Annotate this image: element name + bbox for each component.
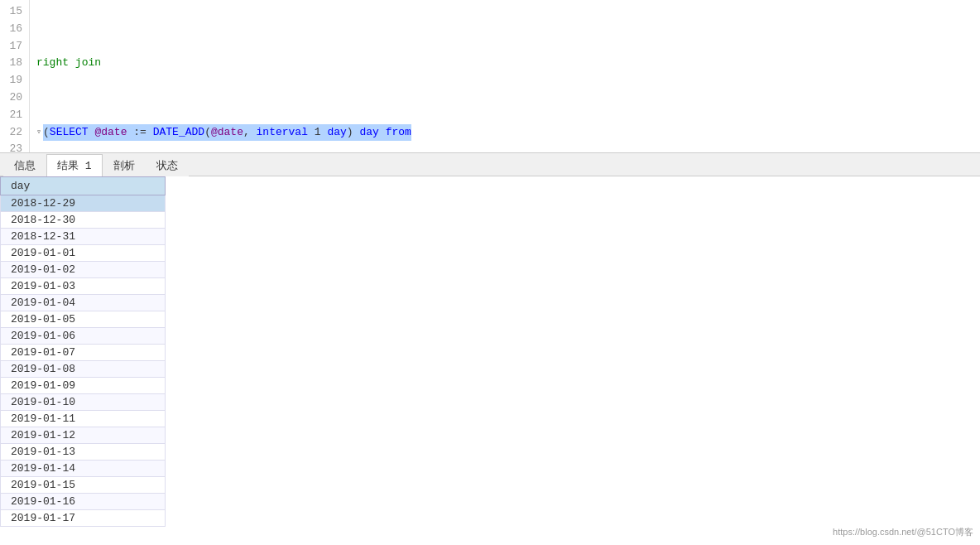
cell-day: 2019-01-12 — [1, 427, 166, 444]
table-row[interactable]: 2019-01-08 — [1, 361, 166, 378]
table-row[interactable]: 2019-01-05 — [1, 311, 166, 328]
bottom-panel: 信息 结果 1 剖析 状态 day 2018-12-292018-12-3020… — [0, 153, 980, 545]
cell-day: 2019-01-07 — [1, 345, 166, 361]
collapse-icon-16[interactable]: ▿ — [36, 126, 41, 139]
table-row[interactable]: 2019-01-14 — [1, 461, 166, 477]
table-row[interactable]: 2018-12-29 — [1, 195, 166, 212]
tabs-bar: 信息 结果 1 剖析 状态 — [0, 153, 980, 176]
table-row[interactable]: 2019-01-09 — [1, 378, 166, 394]
cell-day: 2019-01-10 — [1, 394, 166, 411]
line-num-18: 18 — [7, 55, 22, 72]
kw-join: join — [75, 55, 101, 72]
table-row[interactable]: 2018-12-31 — [1, 229, 166, 245]
cell-day: 2019-01-17 — [1, 510, 166, 527]
table-header-row: day — [1, 177, 166, 195]
cell-day: 2018-12-31 — [1, 229, 166, 245]
cell-day: 2019-01-14 — [1, 461, 166, 477]
cell-day: 2019-01-15 — [1, 477, 166, 494]
cell-day: 2018-12-29 — [1, 195, 166, 212]
table-row[interactable]: 2019-01-17 — [1, 510, 166, 527]
cell-day: 2019-01-01 — [1, 245, 166, 262]
code-editor: 15 16 17 18 19 20 21 22 23 right join ▿ … — [0, 0, 980, 153]
cell-day: 2019-01-06 — [1, 328, 166, 345]
cell-day: 2019-01-09 — [1, 378, 166, 394]
line-num-16: 16 — [7, 21, 22, 38]
cell-day: 2019-01-02 — [1, 262, 166, 278]
line-num-23: 23 — [7, 141, 22, 153]
tab-result1[interactable]: 结果 1 — [46, 154, 103, 176]
line-num-21: 21 — [7, 107, 22, 124]
tab-status[interactable]: 状态 — [146, 154, 189, 176]
line-16-highlight: (SELECT @date := DATE_ADD(@date, interva… — [43, 124, 411, 142]
line-num-19: 19 — [7, 72, 22, 89]
results-table: day 2018-12-292018-12-302018-12-312019-0… — [0, 176, 166, 527]
table-row[interactable]: 2019-01-01 — [1, 245, 166, 262]
kw-right: right — [36, 55, 69, 72]
table-row[interactable]: 2019-01-02 — [1, 262, 166, 278]
cell-day: 2019-01-11 — [1, 411, 166, 427]
column-header-day: day — [1, 177, 166, 195]
code-line-15: right join — [36, 55, 973, 72]
cell-day: 2019-01-03 — [1, 278, 166, 295]
table-row[interactable]: 2019-01-07 — [1, 345, 166, 361]
table-row[interactable]: 2019-01-11 — [1, 411, 166, 427]
main-container: 15 16 17 18 19 20 21 22 23 right join ▿ … — [0, 0, 980, 545]
line-num-15: 15 — [7, 3, 22, 21]
line-num-22: 22 — [7, 124, 22, 142]
table-row[interactable]: 2019-01-13 — [1, 444, 166, 461]
tab-info[interactable]: 信息 — [3, 154, 46, 176]
line-num-17: 17 — [7, 38, 22, 55]
table-row[interactable]: 2019-01-16 — [1, 494, 166, 510]
table-row[interactable]: 2019-01-15 — [1, 477, 166, 494]
cell-day: 2019-01-16 — [1, 494, 166, 510]
code-lines: right join ▿ (SELECT @date := DATE_ADD(@… — [30, 0, 980, 152]
line-num-20: 20 — [7, 89, 22, 107]
cell-day: 2019-01-08 — [1, 361, 166, 378]
watermark: https://blog.csdn.net/@51CTO博客 — [833, 526, 973, 538]
cell-day: 2019-01-13 — [1, 444, 166, 461]
cell-day: 2018-12-30 — [1, 212, 166, 229]
cell-day: 2019-01-05 — [1, 311, 166, 328]
table-row[interactable]: 2019-01-04 — [1, 295, 166, 311]
table-row[interactable]: 2019-01-06 — [1, 328, 166, 345]
table-row[interactable]: 2019-01-10 — [1, 394, 166, 411]
tab-analysis[interactable]: 剖析 — [103, 154, 146, 176]
cell-day: 2019-01-04 — [1, 295, 166, 311]
table-row[interactable]: 2019-01-12 — [1, 427, 166, 444]
results-area: day 2018-12-292018-12-302018-12-312019-0… — [0, 176, 980, 545]
table-row[interactable]: 2018-12-30 — [1, 212, 166, 229]
code-line-16: ▿ (SELECT @date := DATE_ADD(@date, inter… — [36, 124, 973, 142]
line-numbers: 15 16 17 18 19 20 21 22 23 — [0, 0, 30, 152]
table-row[interactable]: 2019-01-03 — [1, 278, 166, 295]
